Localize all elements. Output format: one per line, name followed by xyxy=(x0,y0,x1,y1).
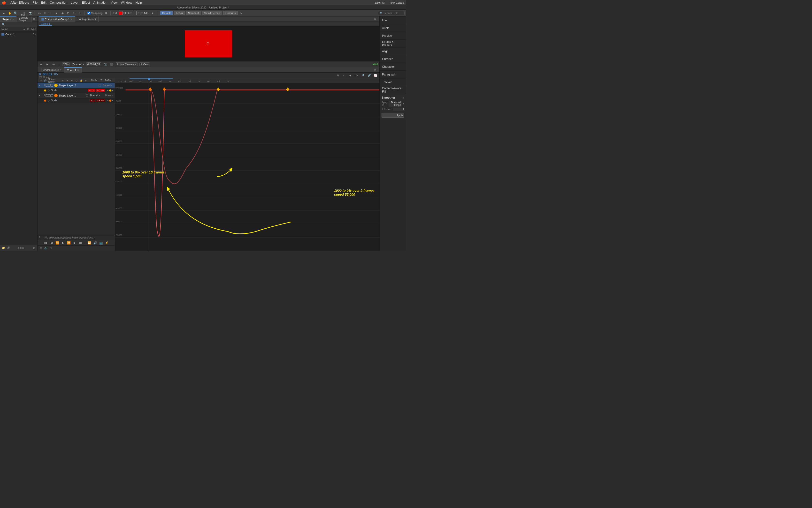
timecode-display[interactable]: 0;00;01;05 xyxy=(86,62,101,66)
apple-menu[interactable]: 🍎 xyxy=(2,1,6,5)
menu-view[interactable]: View xyxy=(111,1,117,4)
smoother-tolerance-value[interactable]: 1 xyxy=(393,108,405,111)
layer2-audio[interactable] xyxy=(48,94,50,97)
tool-puppet[interactable]: ✦ xyxy=(77,11,82,15)
app-menu-aftereffects[interactable]: After Effects xyxy=(10,1,29,4)
tl-btn3[interactable]: ◈ xyxy=(348,73,353,78)
right-panel-caf[interactable]: Content-Aware Fill xyxy=(380,86,406,94)
tl-btn4[interactable]: ⚙ xyxy=(354,73,359,78)
sublayer-2-scale[interactable]: ⬡ Scale ??? 996.4% ◄ ► xyxy=(38,98,115,103)
delete-item-btn[interactable]: 🗑 xyxy=(32,246,36,250)
kf-add-1[interactable] xyxy=(109,89,111,92)
tool-brush[interactable]: 🖌 xyxy=(54,11,59,15)
kf-next-2[interactable]: ► xyxy=(112,99,114,102)
layer2-expand[interactable]: ▼ xyxy=(38,94,41,97)
layer1-vis[interactable] xyxy=(45,84,48,87)
sublayer2-val1[interactable]: ??? xyxy=(90,99,95,102)
right-panel-libraries[interactable]: Libraries xyxy=(380,55,406,63)
smoother-apply-to-value[interactable]: Temporal Graph xyxy=(389,101,402,107)
add-shape[interactable]: ▾ xyxy=(150,11,155,15)
new-comp-btn[interactable]: 🎬 xyxy=(6,246,10,250)
workspace-small[interactable]: Small Screen xyxy=(202,11,222,15)
channel-icon[interactable] xyxy=(110,62,113,66)
kf-prev-1[interactable]: ◄ xyxy=(107,89,109,92)
sublayer1-val1[interactable]: 337.7 xyxy=(88,89,95,92)
layer2-vis[interactable] xyxy=(45,94,48,97)
camera-selector[interactable]: Active Camera ▾ xyxy=(116,62,138,66)
tl-panel-options[interactable]: ≫ xyxy=(373,69,378,71)
transport-prev[interactable]: ◀ xyxy=(49,241,54,245)
comp-viewer[interactable] xyxy=(38,26,379,61)
kf-prev-2[interactable]: ◄ xyxy=(107,99,109,102)
right-panel-paragraph[interactable]: Paragraph xyxy=(380,71,406,78)
tool-roto[interactable]: ⬡ xyxy=(72,11,77,15)
layer1-expand[interactable]: ▼ xyxy=(38,84,41,87)
menu-edit[interactable]: Edit xyxy=(41,1,46,4)
tool-zoom[interactable]: 🔍 xyxy=(13,11,18,15)
transport-draft[interactable]: ⚡ xyxy=(104,241,109,245)
menu-animation[interactable]: Animation xyxy=(93,1,107,4)
snapping-checkbox[interactable] xyxy=(87,12,90,14)
footage-tab[interactable]: Footage (none) xyxy=(75,16,99,22)
right-panel-preview[interactable]: Preview xyxy=(380,32,406,40)
col-sort-up[interactable]: ▲ xyxy=(23,28,25,31)
sublayer2-val2[interactable]: 996.4% xyxy=(96,99,105,102)
layer-row-2[interactable]: ▼ 2 Shape Layer 1 xyxy=(38,93,115,98)
zoom-selector[interactable]: 25% xyxy=(62,62,70,66)
workspace-default[interactable]: Default xyxy=(160,11,173,15)
comp-tab-main[interactable]: Composition Comp 1 ✕ xyxy=(39,16,75,22)
smoother-apply-btn[interactable]: Apply xyxy=(382,113,404,118)
layer1-solo[interactable] xyxy=(51,84,53,87)
transport-ramdown[interactable]: ⏩ xyxy=(66,241,71,245)
kf-add-2[interactable] xyxy=(109,99,111,102)
comp-tab-close-area[interactable]: ✕ xyxy=(71,18,73,20)
tool-clone[interactable]: ◈ xyxy=(60,11,65,15)
stroke-color[interactable] xyxy=(133,11,137,15)
layer1-kf[interactable] xyxy=(98,84,101,87)
layer1-audio[interactable] xyxy=(48,84,50,87)
fill-color[interactable] xyxy=(119,11,122,15)
tl-graph-toggle[interactable]: 📈 xyxy=(373,73,378,78)
layer1-mode-selector[interactable]: Normal ▾ xyxy=(101,84,114,87)
menu-layer[interactable]: Layer xyxy=(71,1,79,4)
project-tab-expand[interactable]: ▾ xyxy=(12,18,14,20)
tl-btn1[interactable]: ⊞ xyxy=(335,73,340,78)
transport-first[interactable]: ⏮ xyxy=(43,241,48,245)
workspace-libraries[interactable]: Libraries xyxy=(223,11,238,15)
tool-text[interactable]: T xyxy=(48,11,53,15)
timecode-area[interactable]: 0:00:01:05 (29.97 fps) xyxy=(39,72,58,78)
ctrl-play[interactable]: ▶ xyxy=(45,62,50,67)
search-input[interactable] xyxy=(384,12,403,14)
project-item-comp1[interactable]: Comp 1 Co xyxy=(0,32,37,37)
tl-btn5[interactable]: 🔎 xyxy=(360,73,365,78)
tool-eraser[interactable]: ◻ xyxy=(66,11,71,15)
render-queue-tab[interactable]: Render Queue ✕ xyxy=(39,67,65,73)
layer-row-1[interactable]: ▼ 1 Shape Layer 2 xyxy=(38,83,115,88)
sublayer1-val2[interactable]: 837.7% xyxy=(96,89,105,92)
right-panel-effects[interactable]: Effects & Presets xyxy=(380,40,406,47)
resolution-selector[interactable]: (Quarter) ▾ xyxy=(72,63,84,66)
transport-live[interactable]: 📺 xyxy=(99,241,103,245)
smoother-menu[interactable]: ≡ xyxy=(402,96,404,99)
right-panel-character[interactable]: Character xyxy=(380,63,406,71)
workspace-learn[interactable]: Learn xyxy=(174,11,185,15)
transport-last[interactable]: ⏭ xyxy=(78,241,83,245)
bit-depth[interactable]: 8 bpc xyxy=(18,247,24,249)
graph-panel[interactable]: 01:00f 02f 04f 06f 08f 10f 12f 14f 16f 1… xyxy=(115,78,379,251)
tool-pen[interactable]: ✏ xyxy=(43,11,47,15)
layer2-kf[interactable] xyxy=(86,94,88,97)
comp1-tl-tab[interactable]: Comp 1 ✕ xyxy=(65,67,82,73)
sublayer-1-scale[interactable]: ⬡ Scale 337.7 837.7% ◄ ► xyxy=(38,88,115,93)
ctrl-prev-frame[interactable]: ⏮ xyxy=(39,62,43,67)
transport-audio[interactable]: 🔊 xyxy=(93,241,98,245)
workspace-standard[interactable]: Standard xyxy=(186,11,201,15)
transport-loop[interactable]: 🔁 xyxy=(87,241,92,245)
menu-window[interactable]: Window xyxy=(121,1,132,4)
right-panel-align[interactable]: Align xyxy=(380,47,406,55)
tl-btn2[interactable]: ▭ xyxy=(342,73,346,78)
tool-hand[interactable]: ✋ xyxy=(7,11,12,15)
menu-composition[interactable]: Composition xyxy=(50,1,67,4)
tl-bottom-btn2[interactable]: 🔗 xyxy=(44,246,48,250)
tl-btn6[interactable]: 🔗 xyxy=(367,73,372,78)
comp-panel-options[interactable]: ≫ xyxy=(373,18,378,20)
